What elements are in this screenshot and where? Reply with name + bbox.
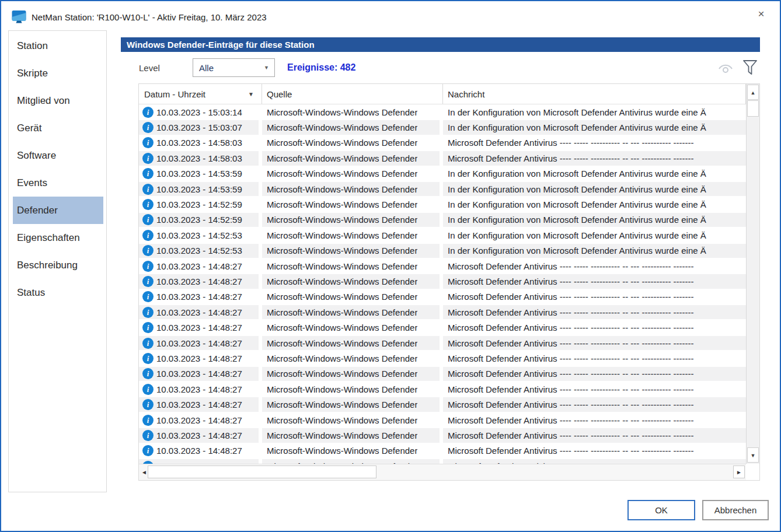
sidebar-item-events[interactable]: Events [13, 169, 103, 197]
cell-message: Microsoft Defender Antivirus ---- ----- … [443, 135, 746, 150]
table-row[interactable]: i 10.03.2023 - 14:48:27 Microsoft-Window… [139, 412, 746, 428]
scroll-up-icon[interactable]: ▲ [747, 85, 759, 100]
sidebar-item-label: Gerät [17, 123, 42, 134]
cell-source: Microsoft-Windows-Windows Defender [262, 243, 443, 258]
ok-button[interactable]: OK [627, 500, 695, 520]
datetime-text: 10.03.2023 - 15:03:07 [156, 123, 242, 132]
horizontal-scrollbar-thumb[interactable] [148, 466, 376, 478]
table-row[interactable]: i 10.03.2023 - 14:48:27 Microsoft-Window… [139, 335, 746, 351]
table-row[interactable]: i 10.03.2023 - 14:48:27 Microsoft-Window… [139, 351, 746, 366]
table-row[interactable]: i 10.03.2023 - 14:48:27 Microsoft-Window… [139, 274, 746, 289]
column-header-quelle[interactable]: Quelle [262, 84, 443, 104]
cell-source: Microsoft-Windows-Windows Defender [262, 289, 443, 304]
eye-icon[interactable] [717, 61, 734, 79]
vertical-scrollbar[interactable]: ▲ ▼ [746, 84, 759, 464]
cell-source: Microsoft-Windows-Windows Defender [262, 104, 443, 120]
datetime-text: 10.03.2023 - 14:53:59 [156, 184, 242, 194]
sidebar-item-mitglied-von[interactable]: Mitglied von [13, 87, 103, 114]
datetime-text: 10.03.2023 - 14:48:27 [156, 446, 242, 456]
message-text: In der Konfiguration von Microsoft Defen… [448, 107, 706, 117]
table-row[interactable]: i 10.03.2023 - 14:48:27 Microsoft-Window… [139, 382, 746, 397]
datetime-text: 10.03.2023 - 14:52:59 [156, 200, 242, 209]
cell-message: In der Konfiguration von Microsoft Defen… [443, 166, 746, 181]
source-text: Microsoft-Windows-Windows Defender [267, 261, 417, 271]
cell-source: Microsoft-Windows-Windows Defender [262, 212, 443, 228]
message-text: In der Konfiguration von Microsoft Defen… [448, 169, 706, 178]
sidebar-item-beschreibung[interactable]: Beschreibung [13, 251, 103, 279]
horizontal-scrollbar[interactable]: ◄ ► [139, 464, 746, 480]
cell-datetime: i 10.03.2023 - 14:52:53 [139, 243, 262, 258]
sidebar-item-skripte[interactable]: Skripte [13, 60, 103, 87]
monitor-icon [12, 10, 27, 24]
info-icon: i [142, 230, 154, 241]
sidebar-item-defender[interactable]: Defender [13, 197, 103, 224]
table-row[interactable]: i 10.03.2023 - 14:52:53 Microsoft-Window… [139, 228, 746, 243]
scroll-down-icon[interactable]: ▼ [747, 447, 759, 463]
sidebar-item-gerät[interactable]: Gerät [13, 114, 103, 142]
table-row[interactable]: i 10.03.2023 - 14:58:03 Microsoft-Window… [139, 135, 746, 150]
table-row[interactable]: i 10.03.2023 - 14:58:03 Microsoft-Window… [139, 150, 746, 166]
cell-datetime: i 10.03.2023 - 14:48:27 [139, 366, 262, 382]
datetime-text: 10.03.2023 - 14:48:27 [156, 338, 242, 348]
table-row[interactable]: i 10.03.2023 - 14:48:27 Microsoft-Window… [139, 320, 746, 335]
sidebar-item-station[interactable]: Station [13, 32, 103, 60]
table-row[interactable]: i 10.03.2023 - 15:03:14 Microsoft-Window… [139, 104, 746, 120]
message-text: In der Konfiguration von Microsoft Defen… [448, 215, 706, 225]
column-header-nachricht[interactable]: Nachricht [443, 84, 746, 104]
cell-source: Microsoft-Windows-Windows Defender [262, 366, 443, 382]
datetime-text: 10.03.2023 - 14:58:03 [156, 138, 242, 148]
events-count: Ereignisse: 482 [287, 62, 355, 73]
level-dropdown[interactable]: Alle ▼ [193, 58, 275, 77]
message-text: Microsoft Defender Antivirus ---- ----- … [448, 354, 694, 363]
cell-datetime: i 10.03.2023 - 14:48:27 [139, 459, 262, 464]
message-text: In der Konfiguration von Microsoft Defen… [448, 123, 706, 132]
source-text: Microsoft-Windows-Windows Defender [267, 369, 417, 379]
vertical-scrollbar-thumb[interactable] [747, 100, 759, 117]
source-text: Microsoft-Windows-Windows Defender [267, 276, 417, 286]
cell-message: Microsoft Defender Antivirus ---- ----- … [443, 459, 746, 464]
table-row[interactable]: i 10.03.2023 - 14:48:27 Microsoft-Window… [139, 443, 746, 459]
table-row[interactable]: i 10.03.2023 - 15:03:07 Microsoft-Window… [139, 120, 746, 135]
cell-datetime: i 10.03.2023 - 14:48:27 [139, 428, 262, 443]
table-row[interactable]: i 10.03.2023 - 14:52:59 Microsoft-Window… [139, 197, 746, 212]
table-row[interactable]: i 10.03.2023 - 14:48:27 Microsoft-Window… [139, 366, 746, 382]
table-row[interactable]: i 10.03.2023 - 14:48:27 Microsoft-Window… [139, 459, 746, 464]
cell-message: Microsoft Defender Antivirus ---- ----- … [443, 443, 746, 459]
column-header-datum-uhrzeit[interactable]: Datum - Uhrzeit ▼ [139, 84, 262, 104]
cancel-button[interactable]: Abbrechen [702, 500, 769, 520]
table-row[interactable]: i 10.03.2023 - 14:53:59 Microsoft-Window… [139, 166, 746, 181]
table-row[interactable]: i 10.03.2023 - 14:52:59 Microsoft-Window… [139, 212, 746, 228]
table-row[interactable]: i 10.03.2023 - 14:48:27 Microsoft-Window… [139, 397, 746, 412]
cell-datetime: i 10.03.2023 - 14:48:27 [139, 304, 262, 320]
table-row[interactable]: i 10.03.2023 - 14:52:53 Microsoft-Window… [139, 243, 746, 258]
table-row[interactable]: i 10.03.2023 - 14:53:59 Microsoft-Window… [139, 181, 746, 197]
info-icon: i [142, 199, 154, 210]
message-text: In der Konfiguration von Microsoft Defen… [448, 230, 706, 240]
message-text: Microsoft Defender Antivirus ---- ----- … [448, 415, 694, 425]
scroll-left-icon[interactable]: ◄ [141, 469, 147, 475]
scroll-right-icon[interactable]: ► [733, 466, 745, 478]
cell-datetime: i 10.03.2023 - 14:48:27 [139, 274, 262, 289]
cell-source: Microsoft-Windows-Windows Defender [262, 351, 443, 366]
message-text: In der Konfiguration von Microsoft Defen… [448, 200, 706, 209]
datetime-text: 10.03.2023 - 14:52:53 [156, 230, 242, 240]
datetime-text: 10.03.2023 - 14:48:27 [156, 323, 242, 332]
sidebar-item-software[interactable]: Software [13, 142, 103, 169]
cell-message: Microsoft Defender Antivirus ---- ----- … [443, 335, 746, 351]
table-row[interactable]: i 10.03.2023 - 14:48:27 Microsoft-Window… [139, 258, 746, 274]
table-row[interactable]: i 10.03.2023 - 14:48:27 Microsoft-Window… [139, 289, 746, 304]
sidebar-item-status[interactable]: Status [13, 279, 103, 306]
cell-datetime: i 10.03.2023 - 14:48:27 [139, 258, 262, 274]
info-icon: i [142, 276, 154, 287]
source-text: Microsoft-Windows-Windows Defender [267, 292, 417, 302]
info-icon: i [142, 261, 154, 272]
sidebar-item-eigenschaften[interactable]: Eigenschaften [13, 224, 103, 251]
info-icon: i [142, 184, 154, 195]
events-table: Datum - Uhrzeit ▼ Quelle Nachricht i 10.… [138, 83, 760, 481]
table-row[interactable]: i 10.03.2023 - 14:48:27 Microsoft-Window… [139, 428, 746, 443]
table-row[interactable]: i 10.03.2023 - 14:48:27 Microsoft-Window… [139, 304, 746, 320]
close-icon[interactable]: × [753, 6, 769, 22]
cell-source: Microsoft-Windows-Windows Defender [262, 258, 443, 274]
cell-datetime: i 10.03.2023 - 14:48:27 [139, 320, 262, 335]
filter-funnel-icon[interactable] [741, 58, 759, 80]
